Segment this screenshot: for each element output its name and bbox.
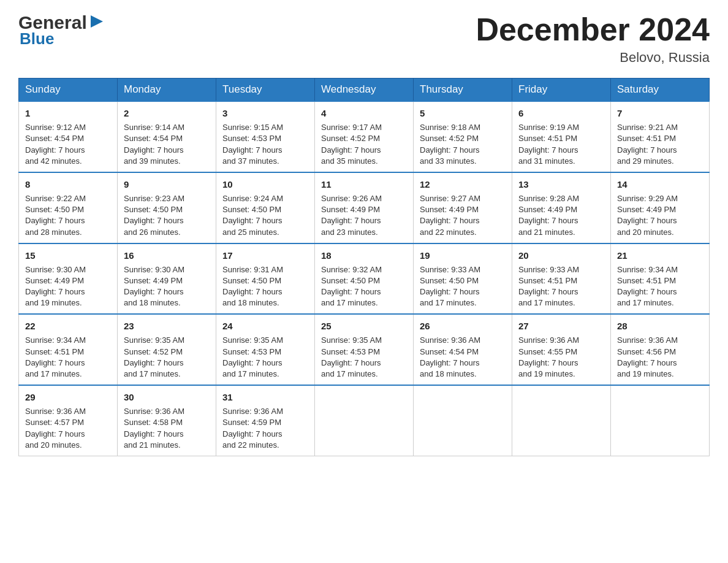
- sunset-text: Sunset: 4:49 PM: [124, 276, 183, 285]
- daylight-text: Daylight: 7 hours: [420, 287, 480, 296]
- sunrise-text: Sunrise: 9:30 AM: [124, 265, 184, 274]
- day-number: 24: [222, 320, 308, 332]
- daylight-text: Daylight: 7 hours: [25, 145, 85, 155]
- table-row: 12 Sunrise: 9:27 AM Sunset: 4:49 PM Dayl…: [414, 172, 512, 243]
- table-row: 30 Sunrise: 9:36 AM Sunset: 4:58 PM Dayl…: [118, 385, 216, 456]
- header-wednesday: Wednesday: [315, 79, 414, 102]
- sunset-text: Sunset: 4:51 PM: [25, 347, 84, 356]
- table-row: 17 Sunrise: 9:31 AM Sunset: 4:50 PM Dayl…: [216, 243, 315, 315]
- sunrise-text: Sunrise: 9:34 AM: [25, 335, 86, 345]
- calendar-table: Sunday Monday Tuesday Wednesday Thursday…: [18, 78, 710, 456]
- daylight-text: Daylight: 7 hours: [518, 358, 578, 367]
- daylight-text: Daylight: 7 hours: [321, 358, 381, 367]
- table-row: 11 Sunrise: 9:26 AM Sunset: 4:49 PM Dayl…: [315, 172, 414, 243]
- daylight-minutes: and 22 minutes.: [420, 228, 477, 237]
- daylight-text: Daylight: 7 hours: [25, 287, 85, 296]
- sunset-text: Sunset: 4:50 PM: [222, 205, 281, 214]
- daylight-minutes: and 25 minutes.: [222, 228, 279, 237]
- sunrise-text: Sunrise: 9:36 AM: [617, 335, 678, 345]
- daylight-text: Daylight: 7 hours: [420, 358, 480, 367]
- table-row: 27 Sunrise: 9:36 AM Sunset: 4:55 PM Dayl…: [512, 314, 611, 385]
- table-row: 3 Sunrise: 9:15 AM Sunset: 4:53 PM Dayli…: [216, 101, 315, 172]
- daylight-minutes: and 18 minutes.: [420, 369, 477, 378]
- sunrise-text: Sunrise: 9:36 AM: [222, 407, 283, 416]
- daylight-minutes: and 21 minutes.: [518, 228, 575, 237]
- table-row: 31 Sunrise: 9:36 AM Sunset: 4:59 PM Dayl…: [216, 385, 315, 456]
- sunrise-text: Sunrise: 9:19 AM: [518, 123, 579, 132]
- table-row: 16 Sunrise: 9:30 AM Sunset: 4:49 PM Dayl…: [118, 243, 216, 315]
- header-saturday: Saturday: [611, 79, 710, 102]
- day-number: 12: [420, 178, 506, 191]
- daylight-text: Daylight: 7 hours: [518, 145, 578, 155]
- daylight-text: Daylight: 7 hours: [617, 145, 677, 155]
- sunset-text: Sunset: 4:50 PM: [124, 205, 183, 214]
- calendar-week-row: 8 Sunrise: 9:22 AM Sunset: 4:50 PM Dayli…: [19, 172, 710, 243]
- daylight-text: Daylight: 7 hours: [617, 287, 677, 296]
- sunrise-text: Sunrise: 9:17 AM: [321, 123, 382, 132]
- sunset-text: Sunset: 4:49 PM: [617, 205, 676, 214]
- header-monday: Monday: [118, 79, 216, 102]
- daylight-minutes: and 31 minutes.: [518, 156, 575, 166]
- table-row: 26 Sunrise: 9:36 AM Sunset: 4:54 PM Dayl…: [414, 314, 512, 385]
- daylight-minutes: and 17 minutes.: [321, 369, 378, 378]
- sunset-text: Sunset: 4:56 PM: [617, 347, 676, 356]
- daylight-minutes: and 37 minutes.: [222, 156, 279, 166]
- daylight-text: Daylight: 7 hours: [617, 358, 677, 367]
- sunrise-text: Sunrise: 9:34 AM: [617, 265, 678, 274]
- table-row: 5 Sunrise: 9:18 AM Sunset: 4:52 PM Dayli…: [414, 101, 512, 172]
- daylight-minutes: and 19 minutes.: [617, 369, 674, 378]
- sunset-text: Sunset: 4:54 PM: [124, 134, 183, 143]
- table-row: [414, 385, 512, 456]
- sunrise-text: Sunrise: 9:32 AM: [321, 265, 382, 274]
- day-number: 29: [25, 391, 111, 404]
- sunset-text: Sunset: 4:57 PM: [25, 418, 84, 427]
- sunrise-text: Sunrise: 9:36 AM: [124, 407, 184, 416]
- daylight-minutes: and 28 minutes.: [25, 228, 82, 237]
- sunset-text: Sunset: 4:53 PM: [321, 347, 380, 356]
- day-number: 3: [222, 107, 308, 120]
- sunrise-text: Sunrise: 9:26 AM: [321, 194, 382, 203]
- daylight-text: Daylight: 7 hours: [124, 429, 184, 439]
- daylight-text: Daylight: 7 hours: [518, 216, 578, 225]
- daylight-minutes: and 39 minutes.: [124, 156, 181, 166]
- daylight-text: Daylight: 7 hours: [124, 287, 184, 296]
- sunrise-text: Sunrise: 9:28 AM: [518, 194, 579, 203]
- calendar-week-row: 29 Sunrise: 9:36 AM Sunset: 4:57 PM Dayl…: [19, 385, 710, 456]
- daylight-text: Daylight: 7 hours: [25, 216, 85, 225]
- daylight-minutes: and 17 minutes.: [617, 298, 674, 307]
- sunset-text: Sunset: 4:50 PM: [25, 205, 84, 214]
- sunrise-text: Sunrise: 9:27 AM: [420, 194, 480, 203]
- table-row: 4 Sunrise: 9:17 AM Sunset: 4:52 PM Dayli…: [315, 101, 414, 172]
- header-sunday: Sunday: [19, 79, 118, 102]
- sunset-text: Sunset: 4:53 PM: [222, 347, 281, 356]
- table-row: 14 Sunrise: 9:29 AM Sunset: 4:49 PM Dayl…: [611, 172, 710, 243]
- sunrise-text: Sunrise: 9:36 AM: [518, 335, 579, 345]
- calendar-week-row: 22 Sunrise: 9:34 AM Sunset: 4:51 PM Dayl…: [19, 314, 710, 385]
- sunrise-text: Sunrise: 9:18 AM: [420, 123, 480, 132]
- sunrise-text: Sunrise: 9:12 AM: [25, 123, 86, 132]
- table-row: [512, 385, 611, 456]
- table-row: 19 Sunrise: 9:33 AM Sunset: 4:50 PM Dayl…: [414, 243, 512, 315]
- daylight-text: Daylight: 7 hours: [25, 429, 85, 439]
- sunrise-text: Sunrise: 9:15 AM: [222, 123, 283, 132]
- sunrise-text: Sunrise: 9:30 AM: [25, 265, 86, 274]
- day-number: 1: [25, 107, 111, 120]
- sunrise-text: Sunrise: 9:31 AM: [222, 265, 283, 274]
- daylight-minutes: and 22 minutes.: [222, 440, 279, 450]
- daylight-minutes: and 26 minutes.: [124, 228, 181, 237]
- day-number: 26: [420, 320, 506, 332]
- table-row: 24 Sunrise: 9:35 AM Sunset: 4:53 PM Dayl…: [216, 314, 315, 385]
- location: Belovo, Russia: [476, 50, 710, 66]
- daylight-minutes: and 19 minutes.: [25, 298, 82, 307]
- table-row: 29 Sunrise: 9:36 AM Sunset: 4:57 PM Dayl…: [19, 385, 118, 456]
- sunset-text: Sunset: 4:54 PM: [420, 347, 479, 356]
- daylight-minutes: and 21 minutes.: [124, 440, 181, 450]
- day-number: 17: [222, 249, 308, 262]
- daylight-text: Daylight: 7 hours: [222, 145, 282, 155]
- sunset-text: Sunset: 4:49 PM: [25, 276, 84, 285]
- day-number: 15: [25, 249, 111, 262]
- daylight-text: Daylight: 7 hours: [25, 358, 85, 367]
- daylight-minutes: and 29 minutes.: [617, 156, 674, 166]
- daylight-text: Daylight: 7 hours: [321, 216, 381, 225]
- daylight-minutes: and 17 minutes.: [321, 298, 378, 307]
